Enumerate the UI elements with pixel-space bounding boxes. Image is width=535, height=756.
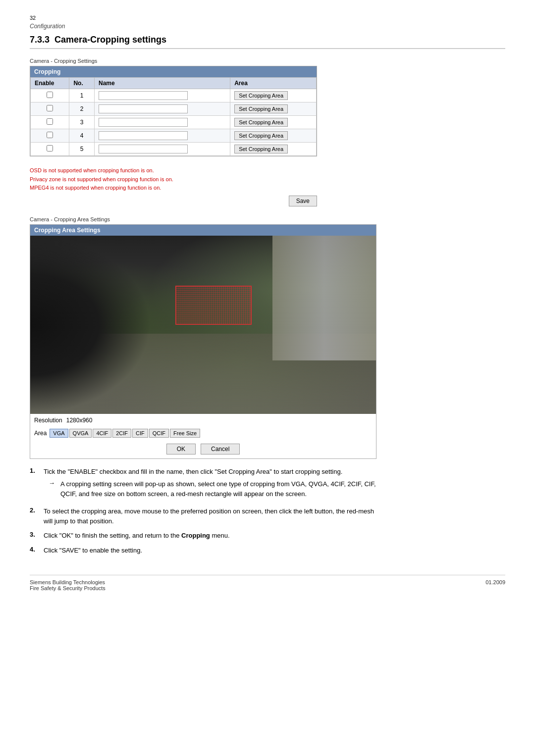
instruction-3: 3. Click "OK" to finish the setting, and… — [30, 531, 376, 541]
area-btn-qcif[interactable]: QCIF — [149, 429, 169, 438]
enable-checkbox-2[interactable] — [47, 105, 53, 111]
cropping-settings-panel: Cropping Enable No. Name Area 1 Set Crop… — [30, 66, 317, 156]
table-row: 1 Set Cropping Area — [31, 89, 317, 102]
instr-sub-1: → A cropping setting screen will pop-up … — [49, 479, 376, 499]
resolution-row: Resolution 1280x960 — [30, 414, 376, 427]
resolution-value: 1280x960 — [66, 417, 93, 424]
save-button[interactable]: Save — [289, 196, 317, 206]
table-row: 3 Set Cropping Area — [31, 116, 317, 129]
table-row: 5 Set Cropping Area — [31, 143, 317, 156]
instr-num-3: 3. — [30, 531, 40, 541]
set-crop-btn-5[interactable]: Set Cropping Area — [234, 145, 288, 153]
area-btn-freesize[interactable]: Free Size — [170, 429, 200, 438]
name-input-5[interactable] — [99, 145, 188, 153]
area-buttons-row: Area VGA QVGA 4CIF 2CIF CIF QCIF Free Si… — [30, 427, 376, 440]
row-no-1: 1 — [69, 89, 95, 102]
warning-text: OSD is not supported when cropping funct… — [30, 166, 505, 193]
area-btn-cif[interactable]: CIF — [132, 429, 148, 438]
camera-background — [30, 236, 376, 414]
warning-2: Privacy zone is not supported when cropp… — [30, 175, 505, 184]
enable-checkbox-5[interactable] — [47, 145, 53, 151]
cancel-button[interactable]: Cancel — [201, 444, 240, 454]
instr-text-4: Click "SAVE" to enable the setting. — [44, 546, 142, 555]
footer-left: Siemens Building Technologies Fire Safet… — [30, 579, 106, 591]
section-title: 7.3.3 Camera-Cropping settings — [30, 35, 505, 49]
footer-date: 01.2009 — [485, 579, 505, 591]
row-no-3: 3 — [69, 116, 95, 129]
warning-1: OSD is not supported when cropping funct… — [30, 166, 505, 175]
area-btn-vga[interactable]: VGA — [50, 429, 68, 438]
area-label: Area — [34, 430, 47, 437]
row-no-2: 2 — [69, 102, 95, 116]
instruction-4: 4. Click "SAVE" to enable the setting. — [30, 546, 376, 555]
enable-checkbox-3[interactable] — [47, 118, 53, 125]
area-btn-4cif[interactable]: 4CIF — [93, 429, 111, 438]
name-input-1[interactable] — [99, 91, 188, 100]
camera-preview — [30, 236, 376, 414]
instr-text-1: Tick the "ENABLE" checkbox and fill in t… — [44, 467, 376, 477]
table-row: 2 Set Cropping Area — [31, 102, 317, 116]
area-btn-qvga[interactable]: QVGA — [69, 429, 92, 438]
cropping-area-header: Cropping Area Settings — [30, 225, 376, 236]
row-no-4: 4 — [69, 129, 95, 143]
name-input-2[interactable] — [99, 104, 188, 113]
instr-num-1: 1. — [30, 467, 40, 502]
save-btn-container: Save — [30, 196, 317, 206]
instructions: 1. Tick the "ENABLE" checkbox and fill i… — [30, 467, 376, 555]
panel-label-crop-area: Camera - Cropping Area Settings — [30, 216, 505, 222]
breadcrumb: Configuration — [30, 23, 505, 30]
ok-button[interactable]: OK — [166, 444, 196, 454]
page-number: 32 — [30, 15, 505, 21]
cropping-area-panel: Cropping Area Settings Resolution 1280x9… — [30, 224, 376, 459]
row-no-5: 5 — [69, 143, 95, 156]
instr-text-2: To select the cropping area, move mouse … — [44, 506, 376, 526]
name-input-3[interactable] — [99, 118, 188, 127]
col-enable: Enable — [31, 78, 69, 89]
building-right — [272, 236, 376, 360]
footer-company-1: Siemens Building Technologies — [30, 579, 106, 585]
arrow-icon-1: → — [49, 479, 56, 499]
set-crop-btn-2[interactable]: Set Cropping Area — [234, 104, 288, 113]
col-no: No. — [69, 78, 95, 89]
enable-checkbox-1[interactable] — [47, 92, 53, 98]
set-crop-btn-1[interactable]: Set Cropping Area — [234, 91, 288, 100]
set-crop-btn-3[interactable]: Set Cropping Area — [234, 118, 288, 127]
instr-text-3: Click "OK" to finish the setting, and re… — [44, 531, 230, 541]
panel-label-cropping: Camera - Cropping Settings — [30, 58, 505, 64]
instr-num-4: 4. — [30, 546, 40, 555]
footer-company-2: Fire Safety & Security Products — [30, 585, 106, 591]
instruction-2: 2. To select the cropping area, move mou… — [30, 506, 376, 526]
enable-checkbox-4[interactable] — [47, 132, 53, 138]
frame-curve — [30, 236, 151, 414]
red-mesh-selection — [175, 286, 252, 325]
col-area: Area — [230, 78, 317, 89]
set-crop-btn-4[interactable]: Set Cropping Area — [234, 131, 288, 140]
col-name: Name — [95, 78, 230, 89]
name-input-4[interactable] — [99, 131, 188, 140]
warning-3: MPEG4 is not supported when cropping fun… — [30, 184, 505, 193]
cropping-header: Cropping — [30, 66, 317, 77]
footer: Siemens Building Technologies Fire Safet… — [30, 575, 505, 591]
ok-cancel-row: OK Cancel — [30, 440, 376, 458]
instr-num-2: 2. — [30, 506, 40, 526]
resolution-label: Resolution — [34, 417, 62, 424]
table-row: 4 Set Cropping Area — [31, 129, 317, 143]
area-btn-2cif[interactable]: 2CIF — [112, 429, 131, 438]
instruction-1: 1. Tick the "ENABLE" checkbox and fill i… — [30, 467, 376, 502]
instr-sub-text-1: A cropping setting screen will pop-up as… — [60, 479, 376, 499]
cropping-table: Enable No. Name Area 1 Set Cropping Area… — [30, 77, 317, 156]
